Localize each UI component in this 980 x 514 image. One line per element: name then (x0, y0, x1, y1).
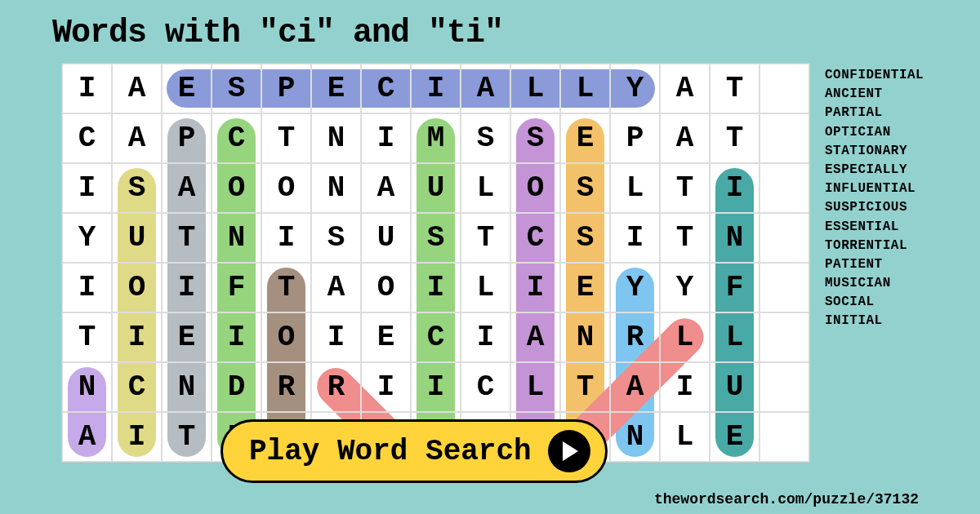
grid-cell[interactable]: A (610, 362, 660, 412)
grid-cell[interactable]: C (361, 64, 411, 113)
grid-cell[interactable] (760, 113, 809, 163)
grid-cell[interactable]: S (212, 64, 261, 113)
grid-cell[interactable]: L (461, 263, 510, 312)
grid-cell[interactable]: S (311, 213, 361, 263)
grid-cell[interactable]: I (461, 312, 510, 362)
puzzle-grid[interactable]: IAESPECIALLYAT CAPCTNIMSSEPAT ISAOONAULO… (62, 64, 809, 462)
grid-cell[interactable]: I (212, 312, 261, 362)
grid-cell[interactable]: L (461, 163, 510, 213)
grid-cell[interactable]: I (261, 213, 311, 263)
grid-cell[interactable]: I (112, 312, 162, 362)
grid-cell[interactable]: O (510, 163, 560, 213)
grid-cell[interactable]: R (311, 362, 361, 412)
grid-cell[interactable]: C (212, 113, 261, 163)
grid-cell[interactable]: C (510, 213, 560, 263)
grid-cell[interactable]: A (510, 312, 560, 362)
grid-cell[interactable]: A (660, 64, 710, 113)
grid-cell[interactable]: T (660, 213, 710, 263)
grid-cell[interactable]: F (212, 263, 261, 312)
grid-cell[interactable]: S (112, 163, 162, 213)
grid-cell[interactable] (760, 213, 809, 263)
grid-cell[interactable]: O (112, 263, 162, 312)
grid-cell[interactable]: N (212, 213, 261, 263)
grid-cell[interactable]: F (710, 263, 760, 312)
grid-cell[interactable]: A (311, 263, 361, 312)
grid-cell[interactable]: O (212, 163, 261, 213)
grid-cell[interactable]: A (461, 64, 510, 113)
grid-cell[interactable]: N (162, 362, 212, 412)
grid-cell[interactable]: P (261, 64, 311, 113)
grid-cell[interactable]: T (62, 312, 112, 362)
grid-cell[interactable] (760, 263, 809, 312)
grid-cell[interactable]: U (112, 213, 162, 263)
grid-cell[interactable]: A (112, 64, 162, 113)
grid-cell[interactable]: E (162, 64, 212, 113)
grid-cell[interactable] (760, 64, 809, 113)
grid-cell[interactable]: L (610, 163, 660, 213)
grid-cell[interactable]: I (610, 213, 660, 263)
grid-cell[interactable]: E (710, 412, 760, 462)
grid-cell[interactable]: U (411, 163, 461, 213)
grid-cell[interactable]: S (411, 213, 461, 263)
grid-cell[interactable]: C (62, 113, 112, 163)
grid-cell[interactable]: O (261, 163, 311, 213)
grid-cell[interactable]: S (461, 113, 510, 163)
grid-cell[interactable]: I (411, 64, 461, 113)
grid-cell[interactable]: A (112, 113, 162, 163)
grid-cell[interactable]: L (660, 412, 710, 462)
grid-cell[interactable]: N (311, 113, 361, 163)
grid-cell[interactable]: E (311, 64, 361, 113)
grid-cell[interactable]: I (361, 362, 411, 412)
grid-cell[interactable]: E (162, 312, 212, 362)
grid-cell[interactable]: A (62, 412, 112, 462)
grid-cell[interactable]: T (162, 213, 212, 263)
grid-cell[interactable]: L (510, 64, 560, 113)
grid-cell[interactable]: I (311, 312, 361, 362)
grid-cell[interactable]: Y (660, 263, 710, 312)
grid-cell[interactable]: S (560, 163, 610, 213)
grid-cell[interactable]: E (560, 113, 610, 163)
grid-cell[interactable]: Y (610, 263, 660, 312)
grid-cell[interactable]: R (610, 312, 660, 362)
grid-cell[interactable]: N (62, 362, 112, 412)
grid-cell[interactable]: L (560, 64, 610, 113)
grid-cell[interactable]: C (461, 362, 510, 412)
grid-cell[interactable]: T (261, 263, 311, 312)
grid-cell[interactable]: L (710, 312, 760, 362)
grid-cell[interactable]: U (710, 362, 760, 412)
grid-cell[interactable]: I (660, 362, 710, 412)
grid-cell[interactable]: A (162, 163, 212, 213)
grid-cell[interactable]: A (660, 113, 710, 163)
grid-cell[interactable]: U (361, 213, 411, 263)
grid-cell[interactable]: T (261, 113, 311, 163)
grid-cell[interactable]: M (411, 113, 461, 163)
grid-cell[interactable] (760, 312, 809, 362)
grid-cell[interactable]: T (660, 163, 710, 213)
grid-cell[interactable]: T (710, 113, 760, 163)
grid-cell[interactable]: T (461, 213, 510, 263)
grid-cell[interactable]: I (162, 263, 212, 312)
grid-cell[interactable]: I (411, 263, 461, 312)
grid-cell[interactable]: I (62, 163, 112, 213)
grid-cell[interactable]: C (112, 362, 162, 412)
grid-cell[interactable]: C (411, 312, 461, 362)
grid-cell[interactable]: D (212, 362, 261, 412)
grid-cell[interactable]: I (361, 113, 411, 163)
grid-cell[interactable]: I (411, 362, 461, 412)
grid-cell[interactable]: I (710, 163, 760, 213)
grid-cell[interactable]: R (261, 362, 311, 412)
grid-cell[interactable]: Y (62, 213, 112, 263)
grid-cell[interactable]: N (311, 163, 361, 213)
grid-cell[interactable]: I (62, 263, 112, 312)
grid-cell[interactable]: N (610, 412, 660, 462)
grid-cell[interactable]: E (361, 312, 411, 362)
grid-cell[interactable]: T (710, 64, 760, 113)
grid-cell[interactable]: S (510, 113, 560, 163)
grid-cell[interactable]: L (510, 362, 560, 412)
grid-cell[interactable]: I (112, 412, 162, 462)
grid-cell[interactable] (760, 163, 809, 213)
grid-cell[interactable]: P (162, 113, 212, 163)
grid-cell[interactable]: T (560, 362, 610, 412)
grid-cell[interactable] (760, 362, 809, 412)
grid-cell[interactable]: L (660, 312, 710, 362)
